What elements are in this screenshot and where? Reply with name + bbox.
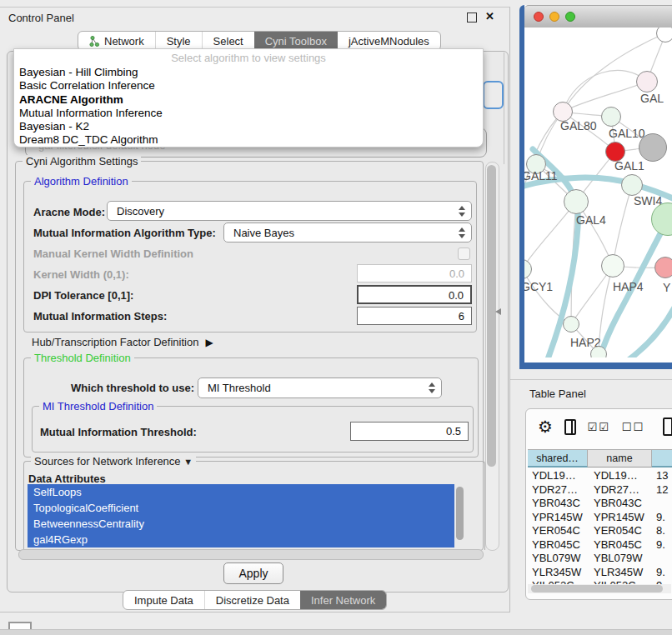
- table-cell: YDR27…: [528, 483, 588, 498]
- tab-label: Style: [167, 35, 191, 48]
- table-cell: YBR045C: [588, 538, 652, 552]
- table-cell: 9.: [652, 511, 672, 525]
- expand-arrow-icon: [205, 334, 213, 349]
- tab-discretize-data[interactable]: Discretize Data: [204, 591, 300, 609]
- collapse-arrow-icon[interactable]: [183, 455, 193, 468]
- mi-algorithm-type-label: Mutual Information Algorithm Type:: [33, 227, 216, 239]
- algorithm-option[interactable]: ARACNE Algorithm: [19, 93, 478, 107]
- table-scrollbar-thumb[interactable]: [531, 585, 663, 592]
- zoom-traffic-light-icon[interactable]: [565, 12, 575, 22]
- network-canvas[interactable]: GALGAL80GAL10GAL1GAL11SWI4GAL4GCY1HAP4YH…: [524, 28, 672, 358]
- status-bar-strip: [0, 629, 672, 635]
- network-node[interactable]: [590, 346, 607, 358]
- table-row[interactable]: YBR043CYBR043C: [528, 497, 672, 511]
- document-icon[interactable]: [663, 418, 672, 436]
- table-horizontal-scrollbar[interactable]: [528, 584, 671, 593]
- settings-horizontal-scrollbar[interactable]: [18, 549, 484, 560]
- hub-definition-section[interactable]: Hub/Transcription Factor Definition: [32, 334, 213, 349]
- tab-style[interactable]: Style: [155, 32, 202, 50]
- network-node[interactable]: [621, 174, 643, 196]
- select-all-columns-icon[interactable]: [588, 419, 610, 434]
- table-row[interactable]: YDR27…YDR27…12: [528, 483, 672, 498]
- tab-impute-data[interactable]: Impute Data: [123, 591, 204, 609]
- algorithm-option[interactable]: Basic Correlation Inference: [19, 79, 478, 92]
- apply-button[interactable]: Apply: [223, 562, 283, 584]
- manual-kernel-checkbox[interactable]: [458, 248, 470, 260]
- group-legend: MI Threshold Definition: [39, 400, 157, 412]
- close-traffic-light-icon[interactable]: [534, 12, 544, 22]
- table-row[interactable]: YPR145WYPR145W9.: [528, 511, 672, 525]
- focused-combo-fragment[interactable]: [483, 81, 504, 109]
- which-threshold-combo[interactable]: MI Threshold: [198, 378, 442, 398]
- network-node[interactable]: [563, 316, 579, 332]
- spinner-icon: [429, 382, 435, 393]
- settings-scrollbar-thumb[interactable]: [487, 165, 496, 467]
- gear-icon[interactable]: [538, 417, 553, 437]
- tab-network[interactable]: Network: [78, 32, 155, 50]
- node-label: GAL4: [576, 213, 606, 227]
- table-row[interactable]: YBR045CYBR045C9.: [528, 538, 672, 552]
- network-node[interactable]: [654, 257, 672, 278]
- network-view-window: GALGAL80GAL10GAL1GAL11SWI4GAL4GCY1HAP4YH…: [519, 5, 672, 369]
- kernel-width-label: Kernel Width (0,1):: [33, 268, 129, 281]
- algorithm-option[interactable]: Mutual Information Inference: [19, 107, 478, 120]
- close-panel-icon[interactable]: [485, 10, 494, 22]
- table-row[interactable]: YLR345WYLR345W9.: [528, 566, 672, 580]
- settings-vertical-scrollbar[interactable]: [485, 162, 499, 551]
- column-header-name[interactable]: name: [588, 449, 652, 468]
- float-panel-icon[interactable]: [467, 12, 477, 22]
- algorithm-option[interactable]: Bayesian - Hill Climbing: [19, 66, 478, 79]
- network-icon: [89, 36, 100, 47]
- algorithm-dropdown-placeholder: Select algorithm to view settings: [14, 52, 483, 64]
- column-header-partial[interactable]: A: [652, 449, 672, 468]
- table-row[interactable]: YER054CYER054C8.: [528, 524, 672, 538]
- tab-label: Infer Network: [311, 594, 375, 607]
- list-scrollbar-thumb[interactable]: [456, 487, 464, 540]
- minimize-traffic-light-icon[interactable]: [549, 12, 559, 22]
- algorithm-option[interactable]: Bayesian - K2: [19, 120, 478, 133]
- which-threshold-label: Which threshold to use:: [71, 382, 194, 394]
- network-node[interactable]: [601, 107, 621, 127]
- tab-cyni-toolbox[interactable]: Cyni Toolbox: [254, 32, 338, 50]
- column-header-shared-name[interactable]: shared…: [528, 449, 588, 468]
- dpi-tolerance-field[interactable]: 0.0: [357, 285, 472, 304]
- kernel-width-field[interactable]: 0.0: [357, 264, 472, 282]
- algorithm-option[interactable]: Dream8 DC_TDC Algorithm: [19, 133, 478, 147]
- group-legend: Algorithm Definition: [31, 175, 132, 188]
- tab-label: Network: [104, 35, 144, 48]
- table-cell: YLR345W: [588, 566, 652, 580]
- table-row[interactable]: YBL079WYBL079W: [528, 552, 672, 566]
- attribute-list-item[interactable]: gal4RGexp: [28, 532, 454, 548]
- network-window-titlebar[interactable]: [524, 5, 672, 28]
- mi-threshold-field[interactable]: 0.5: [350, 422, 469, 441]
- attribute-list-item[interactable]: TopologicalCoefficient: [28, 500, 454, 516]
- attribute-list-item[interactable]: BetweennessCentrality: [28, 516, 454, 532]
- attribute-list-item[interactable]: SelfLoops: [28, 484, 454, 500]
- aracne-mode-combo[interactable]: Discovery: [107, 201, 472, 221]
- tab-infer-network[interactable]: Infer Network: [300, 591, 386, 609]
- network-node[interactable]: [564, 189, 589, 214]
- cyni-bottom-tabbar: Impute Data Discretize Data Infer Networ…: [123, 590, 387, 610]
- node-label: GAL1: [614, 159, 644, 172]
- network-node[interactable]: [601, 254, 624, 278]
- network-node[interactable]: [636, 71, 658, 92]
- table-cell: 9.: [652, 538, 672, 552]
- split-columns-icon[interactable]: [564, 419, 576, 435]
- tab-jactivemnodules[interactable]: jActiveMNodules: [338, 32, 440, 50]
- control-panel-title: Control Panel: [8, 12, 74, 24]
- data-attributes-list: SelfLoopsTopologicalCoefficientBetweenne…: [28, 484, 454, 548]
- table-cell: YBL079W: [528, 552, 588, 566]
- group-legend: Sources for Network Inference: [31, 455, 196, 468]
- mi-algorithm-type-combo[interactable]: Naive Bayes: [223, 222, 472, 242]
- network-node[interactable]: [656, 28, 672, 42]
- mi-steps-field[interactable]: 6: [357, 307, 472, 325]
- node-label: HAP4: [613, 280, 644, 293]
- deselect-all-columns-icon[interactable]: [622, 419, 644, 434]
- network-node[interactable]: [639, 133, 667, 162]
- apply-button-label: Apply: [238, 567, 268, 580]
- tab-select[interactable]: Select: [202, 32, 254, 50]
- tab-label: Discretize Data: [216, 594, 289, 607]
- table-row[interactable]: YDL19…YDL19…13: [528, 469, 672, 483]
- dpi-tolerance-label: DPI Tolerance [0,1]:: [33, 289, 133, 302]
- data-attributes-label: Data Attributes: [28, 472, 106, 485]
